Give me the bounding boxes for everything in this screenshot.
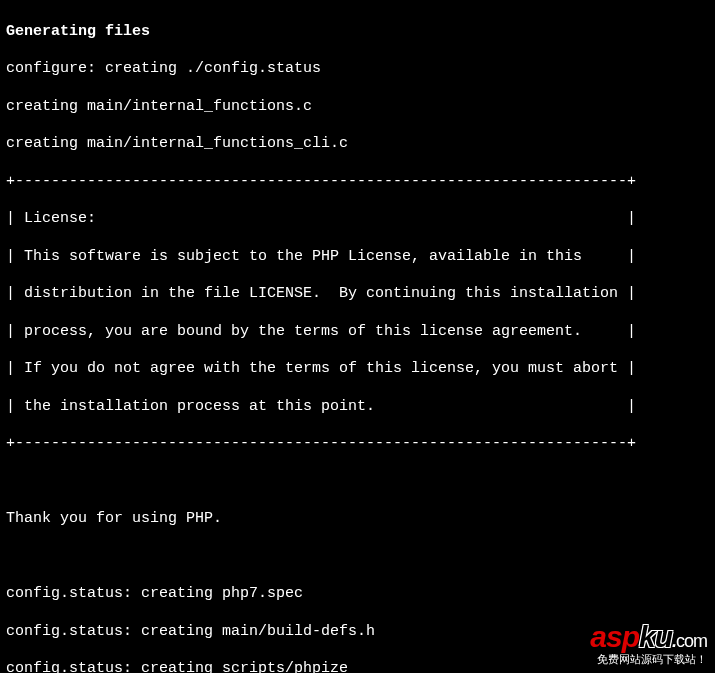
watermark-tagline: 免费网站源码下载站！ — [590, 653, 707, 667]
brand-com: com — [676, 631, 707, 651]
status-line: config.status: creating php7.spec — [6, 585, 709, 604]
license-line: | If you do not agree with the terms of … — [6, 360, 709, 379]
thanks-line: Thank you for using PHP. — [6, 510, 709, 529]
license-line: | License: | — [6, 210, 709, 229]
watermark: aspku.com 免费网站源码下载站！ — [590, 618, 707, 667]
blank-line — [6, 473, 709, 492]
license-line: | distribution in the file LICENSE. By c… — [6, 285, 709, 304]
output-line: configure: creating ./config.status — [6, 60, 709, 79]
brand-letter-s: s — [606, 620, 622, 653]
section-title: Generating files — [6, 23, 709, 42]
output-line: creating main/internal_functions.c — [6, 98, 709, 117]
box-border-top: +---------------------------------------… — [6, 173, 709, 192]
license-line: | process, you are bound by the terms of… — [6, 323, 709, 342]
blank-line — [6, 548, 709, 567]
license-line: | This software is subject to the PHP Li… — [6, 248, 709, 267]
brand-letter-a: a — [590, 620, 606, 653]
brand-letter-p: p — [622, 620, 639, 653]
terminal-output: Generating files configure: creating ./c… — [0, 0, 715, 673]
license-line: | the installation process at this point… — [6, 398, 709, 417]
brand-letter-k: k — [639, 620, 655, 653]
brand-letter-u: u — [655, 620, 672, 653]
watermark-brand: aspku.com — [590, 618, 707, 656]
output-line: creating main/internal_functions_cli.c — [6, 135, 709, 154]
box-border-bottom: +---------------------------------------… — [6, 435, 709, 454]
